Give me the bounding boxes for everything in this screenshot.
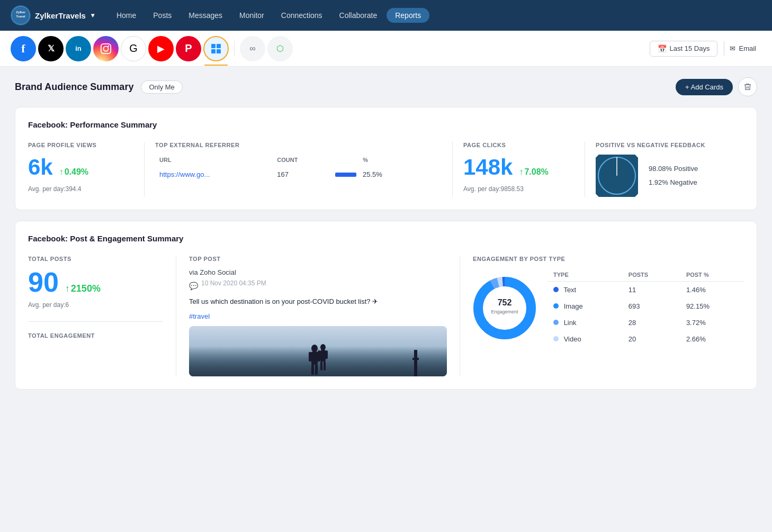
engagement-card: Facebook: Post & Engagement Summary TOTA… (15, 221, 757, 390)
page-profile-views-section: PAGE PROFILE VIEWS 6k ↑ 0.49% Avg. per d… (28, 142, 145, 197)
engagement-type-label: ENGAGEMENT BY POST TYPE (473, 256, 744, 262)
eng-col-type: TYPE (547, 268, 622, 282)
brand[interactable]: Zylker Travel ZylkerTravels ▾ (11, 5, 94, 25)
date-filter[interactable]: 📅 Last 15 Days (650, 41, 718, 57)
positive-label: 98.08% Positive (649, 162, 698, 176)
comment-icon: 💬 (189, 282, 198, 290)
top-referrer-section: TOP EXTERNAL REFERRER URL COUNT % https:… (145, 142, 453, 197)
eng-col-posts: POSTS (622, 268, 680, 282)
page-profile-views-label: PAGE PROFILE VIEWS (28, 142, 133, 148)
perf-grid: PAGE PROFILE VIEWS 6k ↑ 0.49% Avg. per d… (28, 142, 744, 197)
separator (234, 41, 235, 57)
social-icons-bar: f 𝕏 in G ▶ P ∞ ⬡ (0, 31, 772, 67)
post-source: via Zoho Social (189, 268, 447, 276)
page-clicks-label: PAGE CLICKS (463, 142, 574, 148)
ref-count: 167 (273, 167, 331, 182)
instagram-icon-btn[interactable] (93, 36, 119, 61)
nav-links: Home Posts Messages Monitor Connections … (109, 8, 761, 23)
engagement-donut: 752 Engagement (473, 276, 536, 340)
brand-name: ZylkerTravels (35, 11, 86, 20)
ref-col-url: URL (155, 155, 273, 167)
calendar-icon: 📅 (658, 44, 667, 53)
nav-connections[interactable]: Connections (274, 8, 330, 23)
svg-rect-9 (217, 49, 221, 53)
buffer-icon-btn[interactable]: ∞ (240, 36, 265, 61)
svg-rect-7 (217, 44, 221, 48)
performance-card-title: Facebook: Performance Summary (28, 120, 744, 129)
table-row: Image 693 92.15% (547, 298, 744, 314)
eng-pct-image: 92.15% (680, 298, 744, 314)
feedback-donut-svg (596, 155, 638, 197)
delete-button[interactable] (738, 77, 757, 96)
page-profile-views-change: ↑ 0.49% (59, 167, 88, 177)
eng-type-link: Link (547, 314, 622, 331)
page-clicks-change: ↑ 7.08% (519, 167, 548, 177)
table-row: https://www.go... 167 25.5% (155, 167, 442, 182)
total-posts-label: TOTAL POSTS (28, 256, 163, 262)
nav-monitor[interactable]: Monitor (232, 8, 272, 23)
engagement-type-content: 752 Engagement TYPE POSTS POST % (473, 268, 744, 347)
svg-rect-28 (412, 358, 419, 360)
pinterest-icon-btn[interactable]: P (176, 36, 201, 61)
up-arrow-icon3: ↑ (65, 283, 70, 294)
feedback-label: POSITIVE VS NEGATIVE FEEDBACK (596, 142, 733, 148)
svg-rect-25 (320, 361, 322, 371)
svg-rect-19 (311, 364, 314, 375)
table-row: Text 11 1.46% (547, 282, 744, 299)
image-dot (553, 303, 559, 309)
svg-rect-20 (315, 364, 318, 375)
svg-rect-23 (318, 350, 320, 359)
svg-rect-6 (211, 44, 216, 48)
tower-svg (410, 350, 421, 376)
youtube-icon-btn[interactable]: ▶ (148, 36, 174, 61)
total-posts-change: ↑ 2150% (65, 283, 101, 294)
svg-rect-16 (311, 351, 318, 365)
extra-icon-btn[interactable]: ⬡ (267, 36, 293, 61)
page-clicks-value-row: 148k ↑ 7.08% (463, 155, 574, 180)
eng-posts-video: 20 (622, 331, 680, 347)
eng-posts-text: 11 (622, 282, 680, 299)
post-hashtag[interactable]: #travel (189, 311, 447, 321)
ref-url-link[interactable]: https://www.go... (159, 170, 210, 178)
svg-point-30 (478, 282, 531, 335)
page-profile-views-value-row: 6k ↑ 0.49% (28, 155, 133, 180)
video-dot (553, 336, 559, 341)
ref-pct: 25.5% (363, 170, 382, 178)
post-text: Tell us which destination is on your pos… (189, 296, 447, 307)
ref-bar-cell: 25.5% (331, 167, 442, 182)
engagement-card-title: Facebook: Post & Engagement Summary (28, 234, 744, 243)
add-cards-button[interactable]: + Add Cards (676, 79, 733, 95)
brand-chevron-icon: ▾ (91, 12, 94, 19)
nav-posts[interactable]: Posts (146, 8, 179, 23)
nav-collaborate[interactable]: Collaborate (332, 8, 385, 23)
navbar: Zylker Travel ZylkerTravels ▾ Home Posts… (0, 0, 772, 31)
email-button[interactable]: ✉ Email (724, 41, 761, 56)
svg-rect-17 (309, 352, 312, 362)
eng-posts-link: 28 (622, 314, 680, 331)
page-title-area: Brand Audience Summary Only Me (15, 80, 183, 94)
silhouette-svg (300, 342, 337, 376)
nav-home[interactable]: Home (109, 8, 143, 23)
table-row: Link 28 3.72% (547, 314, 744, 331)
ref-col-pct: % (331, 155, 442, 167)
engagement-type-section: ENGAGEMENT BY POST TYPE (460, 256, 744, 376)
referrer-table: URL COUNT % https://www.go... 167 25.5% (155, 155, 442, 182)
link-dot (553, 320, 559, 325)
nav-messages[interactable]: Messages (181, 8, 230, 23)
up-arrow-icon: ↑ (59, 167, 64, 177)
zoho-social-icon-btn[interactable] (203, 36, 229, 61)
svg-rect-27 (414, 350, 417, 376)
engagement-donut-svg: 752 Engagement (473, 276, 536, 340)
google-icon-btn[interactable]: G (121, 36, 146, 61)
top-post-section: TOP POST via Zoho Social 💬 10 Nov 2020 0… (176, 256, 460, 376)
linkedin-icon-btn[interactable]: in (66, 36, 91, 61)
nav-reports[interactable]: Reports (387, 8, 429, 23)
total-posts-avg: Avg. per day:6 (28, 301, 163, 309)
facebook-icon-btn[interactable]: f (11, 36, 36, 61)
main-content: Brand Audience Summary Only Me + Add Car… (0, 67, 772, 411)
feedback-legend: 98.08% Positive 1.92% Negative (649, 162, 698, 190)
donut-center-label: Engagement (491, 309, 518, 314)
twitter-icon-btn[interactable]: 𝕏 (38, 36, 64, 61)
visibility-badge[interactable]: Only Me (141, 80, 182, 94)
post-date: 10 Nov 2020 04:35 PM (201, 279, 266, 287)
